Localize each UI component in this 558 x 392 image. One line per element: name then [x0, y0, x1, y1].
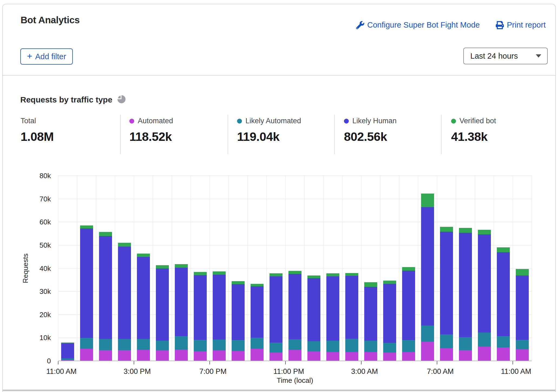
- bar-segment[interactable]: [288, 339, 301, 350]
- bar-segment[interactable]: [345, 339, 358, 352]
- bar-segment[interactable]: [478, 230, 491, 234]
- bar-segment[interactable]: [383, 284, 396, 343]
- bar-segment[interactable]: [364, 287, 377, 341]
- bar-segment[interactable]: [516, 275, 529, 340]
- bar-segment[interactable]: [118, 350, 131, 361]
- bar-segment[interactable]: [99, 350, 112, 361]
- bar-segment[interactable]: [251, 284, 264, 286]
- bar-segment[interactable]: [402, 340, 415, 352]
- bar-segment[interactable]: [118, 247, 131, 339]
- bar-segment[interactable]: [326, 352, 339, 361]
- bar-segment[interactable]: [61, 358, 74, 360]
- bar-segment[interactable]: [402, 267, 415, 271]
- bar-segment[interactable]: [194, 272, 207, 275]
- bar-segment[interactable]: [364, 352, 377, 361]
- bar-segment[interactable]: [307, 278, 320, 341]
- bar-segment[interactable]: [61, 343, 74, 358]
- bar-segment[interactable]: [421, 207, 434, 325]
- bar-segment[interactable]: [80, 225, 93, 228]
- print-report-link[interactable]: Print report: [496, 21, 546, 29]
- time-range-select[interactable]: Last 24 hours: [463, 48, 548, 64]
- bar-segment[interactable]: [251, 338, 264, 349]
- bar-segment[interactable]: [270, 273, 283, 276]
- bar-segment[interactable]: [364, 341, 377, 352]
- bar-segment[interactable]: [440, 227, 453, 232]
- bar-segment[interactable]: [232, 340, 245, 351]
- bar-segment[interactable]: [440, 334, 453, 348]
- bar-segment[interactable]: [137, 339, 150, 350]
- add-filter-button[interactable]: + Add filter: [20, 48, 73, 65]
- bar-segment[interactable]: [440, 348, 453, 361]
- bar-segment[interactable]: [478, 347, 491, 361]
- bar-segment[interactable]: [175, 336, 188, 350]
- bar-segment[interactable]: [459, 228, 472, 233]
- bar-segment[interactable]: [270, 276, 283, 343]
- bar-segment[interactable]: [270, 353, 283, 361]
- bar-segment[interactable]: [232, 351, 245, 361]
- bar-segment[interactable]: [288, 350, 301, 361]
- bar-segment[interactable]: [137, 254, 150, 257]
- bar-segment[interactable]: [156, 350, 169, 361]
- bar-segment[interactable]: [232, 284, 245, 340]
- bar-segment[interactable]: [364, 282, 377, 287]
- bar-segment[interactable]: [307, 275, 320, 278]
- bar-segment[interactable]: [383, 343, 396, 353]
- bar-segment[interactable]: [251, 286, 264, 337]
- bar-segment[interactable]: [345, 276, 358, 339]
- bar-segment[interactable]: [497, 252, 510, 336]
- bar-segment[interactable]: [175, 268, 188, 336]
- bar-segment[interactable]: [175, 350, 188, 361]
- bar-segment[interactable]: [459, 337, 472, 350]
- bar-segment[interactable]: [421, 194, 434, 207]
- bar-segment[interactable]: [288, 274, 301, 339]
- bar-segment[interactable]: [459, 233, 472, 337]
- bar-segment[interactable]: [194, 340, 207, 351]
- bar-segment[interactable]: [156, 268, 169, 341]
- bar-segment[interactable]: [497, 336, 510, 347]
- bar-segment[interactable]: [345, 273, 358, 276]
- requests-by-traffic-type-chart[interactable]: 11:00 AM3:00 PM7:00 PM11:00 PM3:00 AM7:0…: [0, 161, 558, 392]
- bar-segment[interactable]: [118, 243, 131, 247]
- bar-segment[interactable]: [402, 271, 415, 340]
- bar-segment[interactable]: [232, 281, 245, 284]
- bar-segment[interactable]: [99, 232, 112, 236]
- bar-segment[interactable]: [156, 341, 169, 351]
- bar-segment[interactable]: [478, 234, 491, 332]
- bar-segment[interactable]: [251, 349, 264, 361]
- bar-segment[interactable]: [307, 341, 320, 351]
- bar-segment[interactable]: [99, 339, 112, 350]
- bar-segment[interactable]: [80, 349, 93, 361]
- bar-segment[interactable]: [345, 352, 358, 361]
- bar-segment[interactable]: [61, 343, 74, 343]
- bar-segment[interactable]: [478, 333, 491, 347]
- bar-segment[interactable]: [326, 273, 339, 276]
- configure-super-bot-fight-mode-link[interactable]: Configure Super Bot Fight Mode: [356, 21, 480, 29]
- bar-segment[interactable]: [194, 351, 207, 361]
- bar-segment[interactable]: [497, 247, 510, 252]
- bar-segment[interactable]: [213, 350, 226, 361]
- bar-segment[interactable]: [516, 269, 529, 275]
- bar-segment[interactable]: [307, 351, 320, 361]
- bar-segment[interactable]: [80, 338, 93, 348]
- bar-segment[interactable]: [516, 340, 529, 349]
- bar-segment[interactable]: [421, 342, 434, 361]
- bar-segment[interactable]: [326, 341, 339, 352]
- bar-segment[interactable]: [383, 353, 396, 361]
- bar-segment[interactable]: [156, 265, 169, 268]
- bar-segment[interactable]: [194, 275, 207, 340]
- bar-segment[interactable]: [175, 264, 188, 268]
- bar-segment[interactable]: [459, 350, 472, 361]
- bar-segment[interactable]: [421, 325, 434, 342]
- bar-segment[interactable]: [80, 228, 93, 338]
- bar-segment[interactable]: [383, 281, 396, 284]
- bar-segment[interactable]: [326, 276, 339, 340]
- bar-segment[interactable]: [213, 340, 226, 350]
- bar-segment[interactable]: [402, 352, 415, 361]
- bar-segment[interactable]: [137, 350, 150, 361]
- bar-segment[interactable]: [497, 347, 510, 361]
- bar-segment[interactable]: [213, 271, 226, 274]
- bar-segment[interactable]: [99, 236, 112, 339]
- bar-segment[interactable]: [137, 257, 150, 339]
- bar-segment[interactable]: [118, 339, 131, 350]
- bar-segment[interactable]: [516, 349, 529, 361]
